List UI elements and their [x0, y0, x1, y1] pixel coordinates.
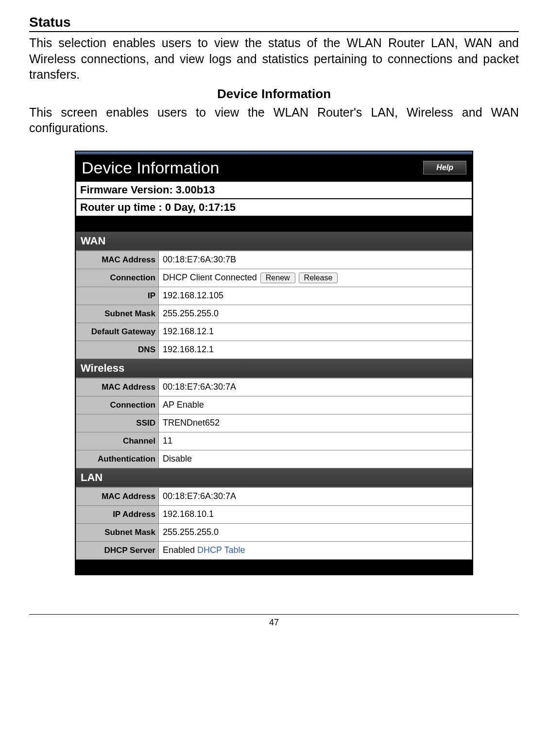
wireless-mac-label: MAC Address [76, 378, 159, 396]
wan-ip-label: IP [76, 287, 159, 305]
table-row: Authentication Disable [76, 450, 472, 468]
lan-dhcp-label: DHCP Server [76, 541, 159, 559]
table-row: Connection DHCP Client Connected Renew R… [76, 269, 472, 287]
wireless-connection-value: AP Enable [159, 396, 472, 414]
panel-spacer [76, 216, 472, 232]
table-row: MAC Address 00:18:E7:6A:30:7A [76, 487, 472, 505]
wan-mac-value: 00:18:E7:6A:30:7B [159, 251, 472, 269]
lan-table: MAC Address 00:18:E7:6A:30:7A IP Address… [76, 487, 472, 560]
wireless-connection-label: Connection [76, 396, 159, 414]
table-row: Channel 11 [76, 432, 472, 450]
table-row: Connection AP Enable [76, 396, 472, 414]
wireless-section-header: Wireless [76, 359, 472, 378]
wan-table: MAC Address 00:18:E7:6A:30:7B Connection… [76, 251, 472, 359]
wireless-ssid-label: SSID [76, 414, 159, 432]
wan-mask-value: 255.255.255.0 [159, 305, 472, 323]
wan-mac-label: MAC Address [76, 251, 159, 269]
panel-title: Device Information [82, 158, 219, 177]
lan-ip-value: 192.168.10.1 [159, 505, 472, 523]
wireless-table: MAC Address 00:18:E7:6A:30:7A Connection… [76, 378, 472, 468]
wan-connection-text: DHCP Client Connected [163, 273, 257, 282]
subsection-paragraph: This screen enables users to view the WL… [29, 104, 519, 136]
table-row: Subnet Mask 255.255.255.0 [76, 523, 472, 541]
wan-connection-label: Connection [76, 269, 159, 287]
wireless-ssid-value: TRENDnet652 [159, 414, 472, 432]
firmware-version-bar: Firmware Version: 3.00b13 [76, 181, 472, 199]
table-row: Default Gateway 192.168.12.1 [76, 323, 472, 341]
page-footer: 47 [29, 614, 519, 628]
release-button[interactable]: Release [299, 273, 338, 283]
uptime-bar: Router up time : 0 Day, 0:17:15 [76, 199, 472, 216]
wireless-channel-value: 11 [159, 432, 472, 450]
table-row: MAC Address 00:18:E7:6A:30:7A [76, 378, 472, 396]
panel-bottom-bar [76, 560, 472, 574]
lan-mask-value: 255.255.255.0 [159, 523, 472, 541]
wireless-channel-label: Channel [76, 432, 159, 450]
wan-dns-label: DNS [76, 341, 159, 359]
intro-paragraph: This selection enables users to view the… [29, 35, 519, 83]
table-row: IP Address 192.168.10.1 [76, 505, 472, 523]
lan-dhcp-status: Enabled [163, 545, 197, 555]
renew-button[interactable]: Renew [260, 273, 295, 283]
lan-mask-label: Subnet Mask [76, 523, 159, 541]
wireless-mac-value: 00:18:E7:6A:30:7A [159, 378, 472, 396]
subsection-heading: Device Information [29, 86, 519, 102]
wireless-auth-label: Authentication [76, 450, 159, 468]
table-row: MAC Address 00:18:E7:6A:30:7B [76, 251, 472, 269]
dhcp-table-link[interactable]: DHCP Table [197, 545, 245, 555]
table-row: IP 192.168.12.105 [76, 287, 472, 305]
help-button[interactable]: Help [423, 161, 466, 174]
wireless-auth-value: Disable [159, 450, 472, 468]
table-row: Subnet Mask 255.255.255.0 [76, 305, 472, 323]
table-row: DHCP Server Enabled DHCP Table [76, 541, 472, 559]
device-info-panel: Device Information Help Firmware Version… [75, 151, 473, 575]
lan-ip-label: IP Address [76, 505, 159, 523]
lan-mac-value: 00:18:E7:6A:30:7A [159, 487, 472, 505]
wan-ip-value: 192.168.12.105 [159, 287, 472, 305]
wan-gateway-value: 192.168.12.1 [159, 323, 472, 341]
table-row: SSID TRENDnet652 [76, 414, 472, 432]
table-row: DNS 192.168.12.1 [76, 341, 472, 359]
lan-dhcp-value: Enabled DHCP Table [159, 541, 472, 559]
wan-gateway-label: Default Gateway [76, 323, 159, 341]
wan-connection-value: DHCP Client Connected Renew Release [159, 269, 472, 287]
wan-dns-value: 192.168.12.1 [159, 341, 472, 359]
wan-mask-label: Subnet Mask [76, 305, 159, 323]
wan-section-header: WAN [76, 232, 472, 251]
lan-section-header: LAN [76, 468, 472, 487]
lan-mac-label: MAC Address [76, 487, 159, 505]
page-number: 47 [269, 618, 279, 627]
section-heading: Status [29, 15, 519, 32]
